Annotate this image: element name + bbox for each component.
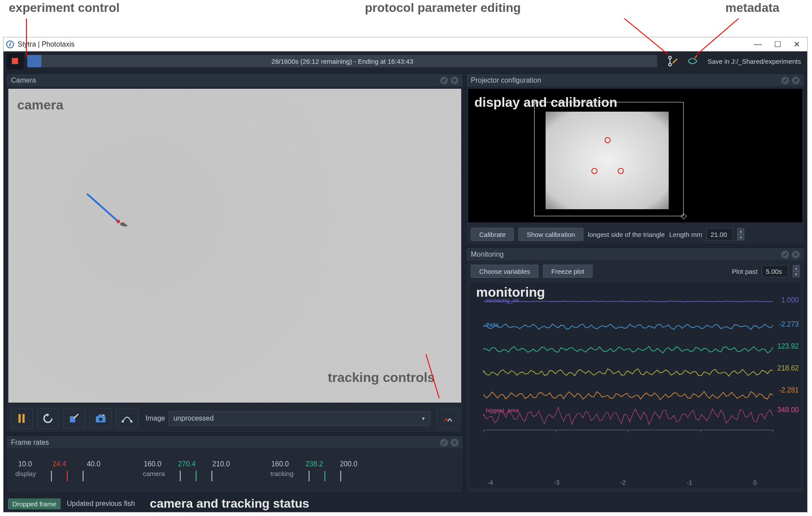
panel-title: Monitoring [471,251,504,258]
panel-title: Camera [11,76,36,84]
series-label: theta [486,321,499,328]
edit-roi-button[interactable] [63,408,86,429]
frate-current: 270.4 [177,460,197,468]
toolbar: 28/1600s (26:12 remaining) - Ending at 1… [4,51,807,71]
calibration-point-icon [604,137,611,143]
close-panel-icon[interactable]: ✕ [792,76,800,84]
series-value: -2.281 [779,386,799,394]
annotation-text: camera and tracking status [150,497,310,511]
svg-rect-12 [22,414,25,423]
undock-icon[interactable]: ⤢ [781,76,789,84]
app-window: Stytra | Phototaxis — ☐ ✕ 28/1600s (26:1… [3,37,808,512]
frate-current: 238.2 [305,460,324,468]
plot-past-label: Plot past [732,268,757,275]
svg-rect-11 [18,414,21,423]
annotation-text: metadata [725,1,779,15]
calibration-projection [546,112,669,209]
freeze-plot-button[interactable]: Freeze plot [543,265,593,278]
window-title: Stytra | Phototaxis [18,40,754,48]
progress-bar[interactable]: 28/1600s (26:12 remaining) - Ending at 1… [27,55,657,67]
autoscale-button[interactable] [116,408,138,429]
svg-line-6 [426,354,439,398]
series-label: biggest_area [486,407,519,414]
frate-label: display [15,470,36,477]
svg-point-8 [117,220,120,223]
frate-current: 24.4 [50,460,69,468]
undock-icon[interactable]: ⤢ [440,439,448,447]
plot-past-stepper[interactable]: ▲▼ [793,265,800,277]
svg-line-7 [87,194,118,222]
camera-panel: Camera ⤢ ✕ camera tracking controls [6,73,463,433]
undock-icon[interactable]: ⤢ [440,76,448,84]
frate-tick-label: 200.0 [339,460,358,468]
svg-point-4 [669,63,671,66]
projector-view[interactable]: display and calibration [468,89,802,222]
svg-rect-17 [98,414,103,417]
status-text: Updated previous fish [67,500,135,508]
panel-title: Frame rates [11,439,49,447]
close-panel-icon[interactable]: ✕ [451,439,459,447]
series-value: 1.000 [781,296,799,304]
stop-button[interactable] [6,53,24,69]
status-bar: Dropped frame Updated previous fish came… [4,495,807,512]
frate-tick-label: 210.0 [211,460,231,468]
monitoring-plot[interactable]: monitoring centering_on1.000theta-2.2731… [470,283,801,488]
frate-tick-label: 10.0 [15,460,35,468]
pause-button[interactable] [10,408,33,429]
annotation-text: experiment control [9,1,120,15]
camera-controls: Image unprocessed ▼ [7,404,463,432]
annotation-text: protocol parameter editing [365,1,521,15]
series-value: 123.92 [777,342,799,350]
dropped-frame-badge: Dropped frame [8,498,61,509]
panel-title: Projector configuration [471,76,541,84]
series-value: -2.273 [779,320,799,328]
maximize-icon[interactable]: ☐ [774,40,781,49]
series-label: centering_on [486,297,519,304]
series-value: 218.62 [777,364,799,372]
length-input[interactable]: 21.00 [706,228,733,240]
svg-point-10 [123,224,127,227]
series-value: 348.00 [777,406,799,414]
plot-past-input[interactable]: 5.00s [762,265,788,277]
frate-tick-label: 160.0 [270,460,290,468]
frate-label: tracking [270,470,294,477]
frate-tick-label: 40.0 [84,460,103,468]
undock-icon[interactable]: ⤢ [781,251,789,258]
replay-button[interactable] [36,408,59,429]
frate-tick-label: 160.0 [143,460,162,468]
frame-rates-panel: Frame rates ⤢ ✕ 10.0 24.4 40.0 dis [6,436,463,493]
image-label: Image [146,414,165,422]
show-calibration-button[interactable]: Show calibration [518,228,583,241]
svg-point-16 [99,418,102,421]
choose-variables-button[interactable]: Choose variables [471,265,539,278]
calibration-point-icon [618,168,624,174]
length-stepper[interactable]: ▲▼ [737,228,744,240]
tracking-settings-button[interactable] [437,408,459,429]
window-titlebar: Stytra | Phototaxis — ☐ ✕ [4,37,807,51]
image-select[interactable]: unprocessed ▼ [168,411,430,426]
app-icon [6,40,14,48]
length-label: Length mm [669,231,702,238]
camera-view[interactable]: camera tracking controls [8,89,461,403]
calibrate-button[interactable]: Calibrate [471,228,514,241]
longest-side-label: longest side of the triangle [588,231,665,238]
x-axis-ticks: -4 -3 -2 -1 0 [470,479,774,486]
metadata-icon[interactable] [685,53,700,69]
frate-label: camera [143,470,165,477]
snapshot-button[interactable] [89,408,112,429]
calibration-point-icon [591,168,597,174]
close-icon[interactable]: ✕ [794,40,800,49]
close-panel-icon[interactable]: ✕ [451,76,459,84]
annotation-text: camera [17,98,63,113]
save-path-text: Save in J:/_Shared/experiments [707,58,801,65]
minimize-icon[interactable]: — [754,40,762,49]
protocol-edit-icon[interactable] [665,53,681,69]
monitoring-panel: Monitoring ⤢ ✕ Choose variables Freeze p… [466,247,805,493]
svg-point-18 [103,414,105,416]
projector-panel: Projector configuration ⤢ ✕ display and … [466,73,805,245]
progress-text: 28/1600s (26:12 remaining) - Ending at 1… [271,58,413,65]
close-panel-icon[interactable]: ✕ [792,251,800,258]
svg-point-3 [669,56,671,59]
